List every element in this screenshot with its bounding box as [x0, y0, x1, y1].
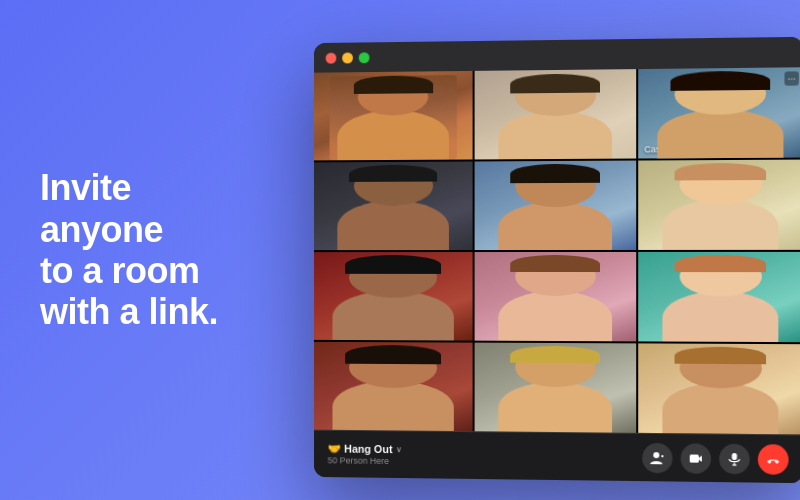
- add-person-button[interactable]: [642, 442, 672, 473]
- video-cell-10: [314, 342, 473, 431]
- tagline-line3: with a link.: [40, 291, 218, 332]
- options-icon-3[interactable]: ⋯: [784, 71, 798, 85]
- svg-point-0: [653, 452, 659, 458]
- app-window: Cassandra Taylor ⋯: [314, 37, 800, 483]
- room-info: 🤝 Hang Out ∨ 50 Person Here: [328, 443, 402, 467]
- room-count: 50 Person Here: [328, 455, 402, 466]
- person-silhouette-5: [475, 161, 637, 251]
- video-cell-6: [638, 160, 800, 250]
- tagline-line1: Invite anyone: [40, 167, 163, 249]
- person-silhouette-2: [475, 69, 637, 159]
- end-call-button[interactable]: [758, 444, 789, 475]
- svg-rect-1: [690, 454, 699, 462]
- video-cell-12: [638, 343, 800, 434]
- person-silhouette-4: [314, 161, 473, 250]
- left-section: Invite anyone to a room with a link.: [0, 167, 280, 333]
- person-silhouette-3: [638, 67, 800, 158]
- video-cell-1: [314, 71, 473, 161]
- video-cell-3: Cassandra Taylor ⋯: [638, 67, 800, 158]
- right-section: Cassandra Taylor ⋯: [280, 20, 800, 480]
- svg-rect-2: [732, 452, 737, 459]
- tagline-line2: to a room: [40, 250, 200, 291]
- person-silhouette-7: [314, 252, 473, 341]
- person-silhouette-11: [475, 343, 637, 433]
- room-name[interactable]: 🤝 Hang Out ∨: [328, 443, 402, 457]
- call-controls: [642, 442, 788, 474]
- person-silhouette-8: [475, 252, 637, 341]
- minimize-button[interactable]: [342, 52, 353, 63]
- mic-button[interactable]: [719, 443, 750, 474]
- bottom-bar: 🤝 Hang Out ∨ 50 Person Here: [314, 430, 800, 484]
- video-cell-2: [475, 69, 637, 159]
- person-silhouette-9: [638, 252, 800, 342]
- person-silhouette-10: [314, 342, 473, 431]
- maximize-button[interactable]: [359, 52, 370, 63]
- video-cell-9: [638, 252, 800, 342]
- close-button[interactable]: [326, 52, 337, 63]
- tagline: Invite anyone to a room with a link.: [40, 167, 240, 333]
- video-cell-5: [475, 161, 637, 251]
- traffic-lights: [326, 52, 370, 63]
- chevron-icon: ∨: [395, 445, 401, 454]
- video-grid: Cassandra Taylor ⋯: [314, 67, 800, 434]
- video-cell-8: [475, 252, 637, 341]
- person-silhouette-12: [638, 343, 800, 434]
- video-cell-11: [475, 343, 637, 433]
- video-cell-7: [314, 252, 473, 341]
- video-button[interactable]: [681, 443, 711, 474]
- video-cell-4: [314, 161, 473, 250]
- cell-overlay-3: ⋯: [784, 71, 798, 85]
- person-silhouette-6: [638, 160, 800, 250]
- person-silhouette-1: [314, 71, 473, 161]
